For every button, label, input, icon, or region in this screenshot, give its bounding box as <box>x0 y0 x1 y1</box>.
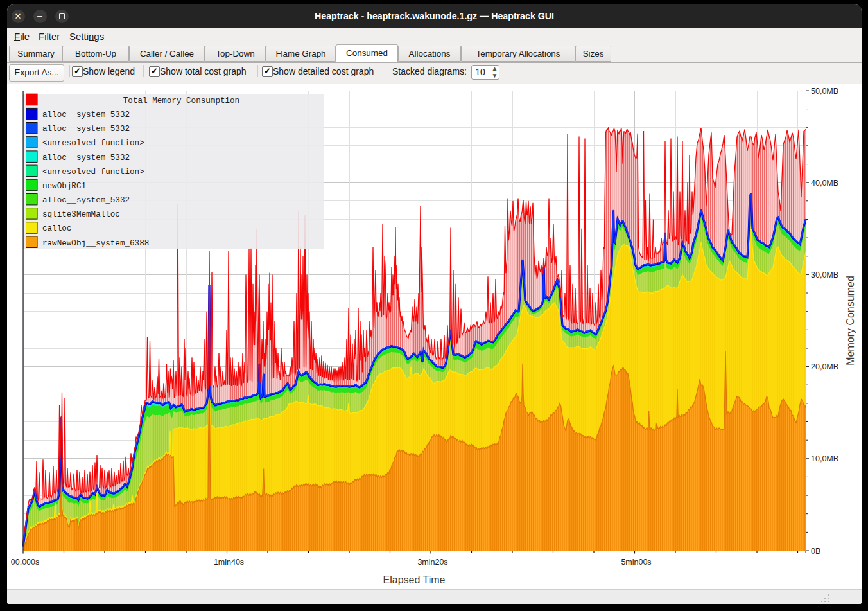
svg-text:alloc__system_5332: alloc__system_5332 <box>42 196 130 205</box>
svg-text:20,0MB: 20,0MB <box>811 362 838 371</box>
svg-text:newObjRC1: newObjRC1 <box>42 182 86 191</box>
svg-text:Memory Consumed: Memory Consumed <box>845 276 856 366</box>
svg-text:calloc: calloc <box>42 224 71 233</box>
svg-text:Total Memory Consumption: Total Memory Consumption <box>123 96 239 105</box>
svg-text:1min40s: 1min40s <box>214 558 244 567</box>
svg-text:rawNewObj__system_6388: rawNewObj__system_6388 <box>42 239 149 248</box>
svg-text:sqlite3MemMalloc: sqlite3MemMalloc <box>42 210 120 219</box>
svg-text:50,0MB: 50,0MB <box>811 87 838 96</box>
svg-text:alloc__system_5332: alloc__system_5332 <box>42 154 130 163</box>
svg-text:<unresolved function>: <unresolved function> <box>42 168 144 177</box>
svg-text:alloc__system_5332: alloc__system_5332 <box>42 111 130 120</box>
svg-text:30,0MB: 30,0MB <box>811 270 838 279</box>
svg-text:Elapsed Time: Elapsed Time <box>383 574 446 585</box>
svg-text:3min20s: 3min20s <box>417 558 447 567</box>
svg-text:<unresolved function>: <unresolved function> <box>42 139 144 148</box>
svg-text:5min00s: 5min00s <box>621 558 651 567</box>
svg-text:alloc__system_5332: alloc__system_5332 <box>42 125 130 134</box>
svg-text:40,0MB: 40,0MB <box>811 179 838 188</box>
svg-text:00.000s: 00.000s <box>11 558 39 567</box>
svg-text:10,0MB: 10,0MB <box>811 454 838 463</box>
svg-text:0B: 0B <box>811 547 820 556</box>
